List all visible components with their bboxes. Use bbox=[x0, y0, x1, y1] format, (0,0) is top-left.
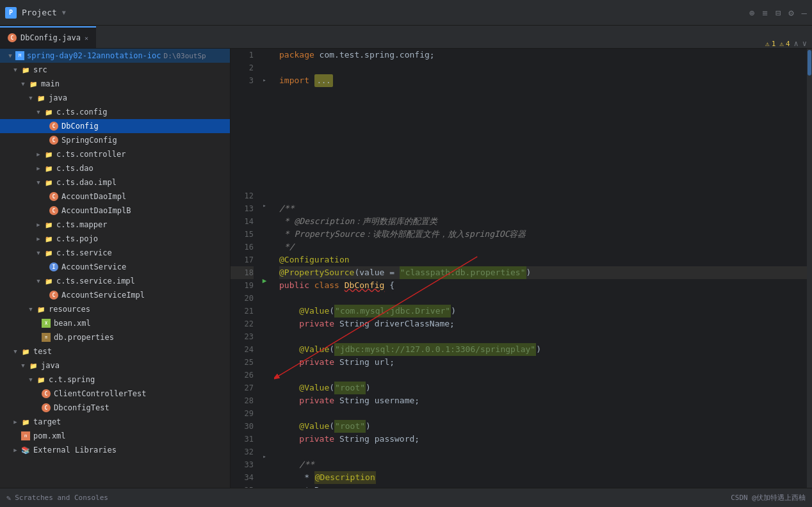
extlibs-icon: 📚 bbox=[20, 445, 31, 455]
root-path: D:\03outSp bbox=[164, 52, 206, 60]
warning-badge-1: ⚠ 1 bbox=[765, 40, 775, 48]
adaoimplb-icon: C bbox=[49, 205, 59, 216]
scratches-label[interactable]: Scratches and Consoles bbox=[15, 494, 108, 502]
tree-dbconfigtest[interactable]: C DbconfigTest bbox=[0, 401, 230, 415]
tab-close-icon[interactable]: ✕ bbox=[85, 35, 88, 42]
tree-dao[interactable]: ▶ 📁 c.ts.dao bbox=[0, 161, 230, 175]
right-scrollbar[interactable] bbox=[807, 49, 812, 488]
settings-icon[interactable]: ⚙ bbox=[788, 8, 793, 18]
tree-clientcontrollertest[interactable]: C ClientControllerTest bbox=[0, 387, 230, 401]
menu-icon[interactable]: ≡ bbox=[762, 8, 767, 18]
more-icon[interactable]: ∨ bbox=[802, 39, 807, 48]
editor-area[interactable]: 1 2 3 12 13 14 15 16 17 bbox=[231, 49, 812, 488]
target-label: target bbox=[33, 417, 61, 426]
sidebar[interactable]: ▼ M spring-day02-12annotation-ioc D:\03o… bbox=[0, 49, 231, 488]
resources-folder-icon: 📁 bbox=[36, 304, 46, 314]
dbprops-icon: ≡ bbox=[41, 332, 51, 342]
target-folder-icon: 📁 bbox=[20, 417, 31, 427]
dbconfig-label: DbConfig bbox=[61, 122, 99, 131]
src-folder-icon: 📁 bbox=[20, 65, 31, 75]
code-line-29 bbox=[279, 407, 807, 420]
tab-dbconfig[interactable]: C DbConfig.java ✕ bbox=[0, 26, 96, 48]
src-label: src bbox=[33, 65, 47, 74]
test-arrow: ▼ bbox=[10, 348, 20, 355]
add-icon[interactable]: ⊕ bbox=[749, 8, 754, 18]
project-dropdown-arrow[interactable]: ▼ bbox=[62, 9, 66, 16]
tree-springconfig[interactable]: C SpringConfig bbox=[0, 133, 230, 147]
dct-label: DbconfigTest bbox=[54, 403, 110, 412]
tree-java-test[interactable]: ▼ 📁 java bbox=[0, 358, 230, 373]
project-label[interactable]: Project bbox=[22, 8, 57, 17]
java-label: java bbox=[49, 93, 67, 102]
dbprops-label: db.properties bbox=[54, 333, 114, 342]
target-arrow: ▶ bbox=[10, 419, 20, 425]
collapse-icon[interactable]: ⊟ bbox=[775, 8, 781, 18]
tab-right-icons: ⚠ 1 ⚠ 4 ∧ ∨ bbox=[765, 39, 812, 48]
tree-resources[interactable]: ▼ 📁 resources bbox=[0, 302, 230, 316]
tree-src[interactable]: ▼ 📁 src bbox=[0, 63, 230, 77]
code-line-16: */ bbox=[279, 241, 807, 254]
tree-accountdaoimpl[interactable]: C AccountDaoImpl bbox=[0, 189, 230, 204]
title-bar: P Project ▼ ⊕ ≡ ⊟ ⚙ — bbox=[0, 0, 812, 26]
tree-extlibs[interactable]: ▶ 📚 External Libraries bbox=[0, 443, 230, 457]
dao-impl-label: c.ts.dao.impl bbox=[56, 178, 117, 187]
code-line-14: * @Description：声明数据库的配置类 bbox=[279, 215, 807, 228]
tab-bar: C DbConfig.java ✕ ⚠ 1 ⚠ 4 ∧ ∨ bbox=[0, 26, 812, 49]
service-arrow: ▼ bbox=[33, 250, 44, 256]
gutter-col: ▸ ▸ ▶ bbox=[257, 49, 272, 488]
tree-accountserviceimpl[interactable]: C AccountServiceImpl bbox=[0, 288, 230, 302]
service-impl-folder-icon: 📁 bbox=[44, 276, 54, 286]
tree-main[interactable]: ▼ 📁 main bbox=[0, 77, 230, 91]
code-line-12 bbox=[279, 189, 807, 202]
expand-icon[interactable]: ∧ bbox=[794, 39, 799, 48]
tree-accountdaoimplb[interactable]: C AccountDaoImplB bbox=[0, 204, 230, 218]
cct-label: ClientControllerTest bbox=[54, 389, 147, 398]
tree-cts-config[interactable]: ▼ 📁 c.ts.config bbox=[0, 105, 230, 119]
tree-test[interactable]: ▼ 📁 test bbox=[0, 344, 230, 358]
import-collapsed[interactable]: ... bbox=[314, 74, 334, 87]
tree-accountservice[interactable]: I AccountService bbox=[0, 260, 230, 274]
java-arrow: ▼ bbox=[26, 95, 36, 101]
code-content[interactable]: package com.test.spring.config; import .… bbox=[274, 49, 807, 488]
test-folder-icon: 📁 bbox=[20, 346, 31, 357]
controller-label: c.ts.controller bbox=[56, 150, 126, 159]
resources-arrow: ▼ bbox=[26, 306, 36, 312]
tree-dao-impl[interactable]: ▼ 📁 c.ts.dao.impl bbox=[0, 175, 230, 189]
dao-impl-folder-icon: 📁 bbox=[44, 177, 54, 188]
minimize-icon[interactable]: — bbox=[802, 8, 807, 18]
code-line-4 bbox=[279, 87, 807, 100]
resources-label: resources bbox=[49, 305, 90, 314]
ct-spring-label: c.t.spring bbox=[49, 375, 95, 384]
controller-folder-icon: 📁 bbox=[44, 149, 54, 159]
scratches-icon: ✎ bbox=[6, 494, 11, 503]
tree-pomxml[interactable]: m pom.xml bbox=[0, 429, 230, 443]
dbconfig-icon: C bbox=[49, 121, 59, 131]
tree-beanxml[interactable]: X bean.xml bbox=[0, 316, 230, 330]
run-gutter-icon[interactable]: ▶ bbox=[263, 277, 267, 285]
tree-java[interactable]: ▼ 📁 java bbox=[0, 91, 230, 105]
pojo-arrow: ▶ bbox=[33, 236, 44, 242]
main-layout: ▼ M spring-day02-12annotation-ioc D:\03o… bbox=[0, 49, 812, 488]
dao-impl-arrow: ▼ bbox=[33, 179, 44, 186]
tree-pojo[interactable]: ▶ 📁 c.ts.pojo bbox=[0, 232, 230, 246]
tree-root[interactable]: ▼ M spring-day02-12annotation-ioc D:\03o… bbox=[0, 49, 230, 63]
tree-service-impl[interactable]: ▼ 📁 c.ts.service.impl bbox=[0, 274, 230, 288]
springconfig-icon: C bbox=[49, 135, 59, 145]
tree-mapper[interactable]: ▶ 📁 c.ts.mapper bbox=[0, 218, 230, 232]
springconfig-label: SpringConfig bbox=[61, 136, 117, 145]
tree-dbconfig[interactable]: C DbConfig bbox=[0, 119, 230, 133]
dao-label: c.ts.dao bbox=[56, 164, 93, 173]
code-container: 1 2 3 12 13 14 15 16 17 bbox=[231, 49, 812, 488]
tree-service[interactable]: ▼ 📁 c.ts.service bbox=[0, 246, 230, 260]
code-line-10 bbox=[279, 164, 807, 177]
watermark: CSDN @伏加特遇上西柚 bbox=[731, 493, 806, 503]
tree-ct-spring[interactable]: ▼ 📁 c.t.spring bbox=[0, 373, 230, 387]
service-label: c.ts.service bbox=[56, 248, 112, 257]
code-line-33: /** bbox=[279, 458, 807, 471]
tree-dbproperties[interactable]: ≡ db.properties bbox=[0, 330, 230, 344]
tree-controller[interactable]: ▶ 📁 c.ts.controller bbox=[0, 147, 230, 161]
tree-target[interactable]: ▶ 📁 target bbox=[0, 415, 230, 429]
beanxml-icon: X bbox=[41, 318, 51, 328]
bottom-bar-left[interactable]: ✎ Scratches and Consoles bbox=[6, 494, 108, 503]
service-impl-arrow: ▼ bbox=[33, 278, 44, 284]
